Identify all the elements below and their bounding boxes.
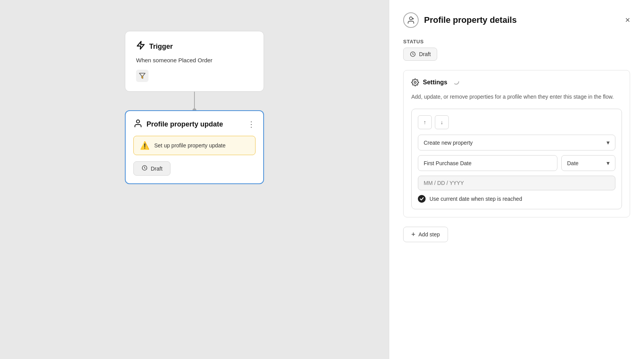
trigger-filter-icon	[136, 70, 148, 82]
trigger-card[interactable]: Trigger When someone Placed Order	[125, 31, 264, 92]
create-property-dropdown[interactable]: Create new property ▾	[418, 135, 615, 150]
trigger-subtitle: When someone Placed Order	[136, 57, 253, 63]
warning-icon: ⚠️	[140, 141, 150, 150]
close-button[interactable]: ×	[625, 16, 630, 24]
settings-section: Settings Add, update, or remove properti…	[403, 70, 630, 217]
svg-point-4	[409, 17, 412, 20]
lightning-icon	[136, 41, 145, 52]
add-step-label: Add step	[419, 231, 440, 238]
flow-container: Trigger When someone Placed Order	[125, 31, 264, 184]
panel-title: Profile property details	[424, 15, 517, 25]
gear-icon	[411, 79, 419, 86]
profile-card-header: Profile property update ⋮	[133, 119, 256, 130]
type-dropdown-label: Date	[567, 160, 579, 166]
person-icon	[133, 119, 143, 130]
checkbox-row[interactable]: Use current date when step is reached	[418, 195, 615, 203]
more-options-button[interactable]: ⋮	[247, 120, 256, 129]
checkbox-checked-icon[interactable]	[418, 195, 426, 203]
right-panel: Profile property details × Status Draft …	[389, 0, 644, 359]
svg-point-7	[414, 82, 416, 84]
svg-point-8	[453, 79, 459, 84]
settings-title: Settings	[423, 79, 447, 86]
property-name-input[interactable]	[418, 155, 557, 171]
profile-card[interactable]: Profile property update ⋮ ⚠️ Set up prof…	[125, 110, 264, 184]
svg-point-2	[136, 120, 140, 123]
chevron-down-icon: ▾	[607, 139, 610, 146]
plus-icon: +	[411, 231, 416, 238]
property-row: Date ▾	[418, 155, 615, 171]
panel-person-icon	[403, 12, 419, 28]
panel-header-left: Profile property details	[403, 12, 517, 28]
profile-card-header-left: Profile property update	[133, 119, 223, 130]
status-section: Status Draft	[403, 39, 630, 70]
settings-description: Add, update, or remove properties for a …	[411, 93, 622, 101]
date-input[interactable]	[418, 176, 615, 190]
settings-header: Settings	[411, 78, 622, 87]
move-up-button[interactable]: ↑	[418, 115, 432, 129]
move-down-button[interactable]: ↓	[435, 115, 449, 129]
svg-marker-0	[137, 41, 144, 49]
status-badge-label: Draft	[419, 51, 431, 57]
flow-connector	[194, 92, 195, 110]
arrow-controls: ↑ ↓	[418, 115, 615, 129]
draft-status-icon	[141, 165, 148, 172]
panel-header: Profile property details ×	[403, 12, 630, 28]
status-label: Status	[403, 39, 630, 44]
settings-spinner-icon	[453, 78, 460, 87]
warning-box[interactable]: ⚠️ Set up profile property update	[133, 136, 256, 155]
status-badge[interactable]: Draft	[403, 48, 437, 61]
create-property-label: Create new property	[424, 140, 473, 146]
svg-point-5	[412, 18, 414, 20]
add-step-button[interactable]: + Add step	[403, 227, 448, 242]
profile-draft-label: Draft	[151, 166, 162, 172]
flow-canvas: Trigger When someone Placed Order	[0, 0, 389, 359]
type-chevron-icon: ▾	[607, 159, 610, 167]
trigger-card-title: Trigger	[149, 43, 173, 51]
type-dropdown[interactable]: Date ▾	[561, 155, 615, 171]
property-config-box: ↑ ↓ Create new property ▾ Date ▾	[411, 109, 622, 209]
profile-card-title: Profile property update	[147, 120, 223, 128]
checkbox-label: Use current date when step is reached	[429, 196, 522, 202]
profile-draft-badge[interactable]: Draft	[133, 161, 170, 176]
warning-text: Set up profile property update	[154, 142, 225, 149]
trigger-card-header: Trigger	[136, 41, 253, 52]
